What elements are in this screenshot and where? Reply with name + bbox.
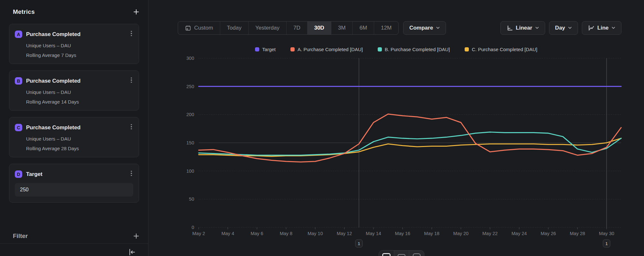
range-tab-yesterday[interactable]: Yesterday	[248, 22, 286, 34]
chart-size-medium-icon	[397, 253, 406, 256]
collapse-sidebar-button[interactable]	[128, 248, 136, 256]
legend-swatch	[378, 47, 382, 51]
legend-item[interactable]: A. Purchase Completed [DAU]	[290, 47, 363, 52]
metrics-sidebar: Metrics A Purchase Completed Unique User…	[0, 0, 148, 256]
x-axis-label: May 6	[251, 231, 263, 236]
metric-title: Purchase Completed	[26, 78, 80, 84]
y-axis-label: 50	[189, 197, 194, 202]
metric-title: Purchase Completed	[26, 124, 80, 131]
y-axis-label: 300	[186, 56, 194, 61]
chart-size-option-2[interactable]	[394, 251, 409, 256]
calendar-icon	[185, 25, 191, 31]
legend-label: B. Purchase Completed [DAU]	[385, 47, 450, 52]
date-range-tabs: CustomTodayYesterday7D30D3M6M12M	[178, 21, 399, 35]
scale-label: Linear	[516, 25, 532, 31]
metric-measure: Unique Users – DAU	[26, 136, 133, 142]
line-chart-icon	[588, 25, 594, 31]
chart-type-select-button[interactable]: Line	[582, 21, 621, 35]
chart-size-small-icon	[382, 253, 391, 256]
x-axis-label: May 14	[366, 231, 381, 236]
x-axis-label: May 4	[222, 231, 234, 236]
linear-axis-icon	[507, 25, 513, 31]
collapse-left-icon	[128, 248, 136, 256]
metric-rolling-average: Rolling Average 14 Days	[26, 99, 133, 105]
range-tab-today[interactable]: Today	[220, 22, 248, 34]
metric-cards: A Purchase Completed Unique Users – DAU …	[9, 24, 139, 209]
chart-size-large-icon	[412, 253, 421, 256]
x-axis-label: May 20	[453, 231, 469, 236]
target-title: Target	[26, 171, 43, 178]
chevron-down-icon	[535, 27, 539, 29]
annotation-badge-label: 1	[605, 241, 608, 246]
chart-size-strip	[379, 250, 424, 256]
x-axis-label: May 12	[337, 231, 352, 236]
x-axis-label: May 2	[192, 231, 205, 236]
metric-badge-a: A	[15, 31, 22, 38]
legend-swatch	[290, 47, 295, 51]
range-tab-12m[interactable]: 12M	[374, 22, 398, 34]
chevron-down-icon	[611, 27, 615, 29]
scale-select-button[interactable]: Linear	[500, 21, 545, 35]
filter-section: Filter	[0, 233, 148, 256]
chart-display-controls: Linear Day Line	[500, 21, 621, 35]
metric-measure: Unique Users – DAU	[26, 89, 133, 95]
metric-options-button[interactable]	[128, 29, 135, 38]
legend-label: Target	[262, 47, 276, 52]
metric-rolling-average: Rolling Average 28 Days	[26, 146, 133, 151]
legend-item[interactable]: Target	[255, 47, 276, 52]
metric-options-button[interactable]	[128, 76, 135, 84]
range-tab-30d[interactable]: 30D	[307, 22, 331, 34]
interval-label: Day	[555, 25, 565, 31]
series-line-c	[199, 138, 621, 156]
y-axis-label: 250	[186, 84, 194, 89]
metrics-heading: Metrics	[13, 8, 35, 15]
chevron-down-icon	[436, 27, 440, 29]
chart-panel: CustomTodayYesterday7D30D3M6M12M Compare…	[148, 0, 644, 256]
metric-title: Purchase Completed	[26, 31, 80, 38]
range-tab-3m[interactable]: 3M	[331, 22, 353, 34]
x-axis-label: May 28	[570, 231, 585, 236]
x-axis-label: May 8	[280, 231, 293, 236]
y-axis-label: 100	[186, 169, 194, 174]
add-metric-button[interactable]	[133, 9, 139, 15]
legend-swatch	[465, 47, 469, 51]
metric-measure: Unique Users – DAU	[26, 43, 133, 48]
metric-card-c[interactable]: C Purchase Completed Unique Users – DAU …	[9, 117, 139, 157]
metric-card-a[interactable]: A Purchase Completed Unique Users – DAU …	[9, 24, 139, 64]
chevron-down-icon	[568, 27, 572, 29]
x-axis-label: May 22	[482, 231, 498, 236]
chart-type-label: Line	[597, 25, 609, 31]
interval-select-button[interactable]: Day	[549, 21, 578, 35]
target-value-input[interactable]	[15, 183, 133, 197]
metric-badge-c: C	[15, 124, 22, 131]
x-axis-label: May 26	[541, 231, 556, 236]
x-axis-label: May 10	[308, 231, 323, 236]
target-options-button[interactable]	[128, 169, 135, 178]
chart-toolbar: CustomTodayYesterday7D30D3M6M12M Compare…	[178, 21, 621, 35]
plus-icon	[133, 9, 139, 15]
legend-label: A. Purchase Completed [DAU]	[298, 47, 363, 52]
target-card[interactable]: D Target	[9, 164, 139, 203]
y-axis-label: 200	[186, 112, 194, 117]
range-tab-6m[interactable]: 6M	[352, 22, 374, 34]
annotation-badge-label: 1	[358, 241, 360, 246]
legend-item[interactable]: B. Purchase Completed [DAU]	[378, 47, 450, 52]
add-filter-button[interactable]	[133, 233, 139, 239]
plus-icon	[133, 233, 139, 239]
legend-item[interactable]: C. Purchase Completed [DAU]	[465, 47, 537, 52]
chart-size-option-1[interactable]	[379, 251, 394, 256]
range-tab-custom[interactable]: Custom	[178, 22, 220, 34]
filter-heading: Filter	[13, 233, 28, 240]
range-tab-7d[interactable]: 7D	[286, 22, 307, 34]
chart-size-option-3[interactable]	[409, 251, 424, 256]
metric-rolling-average: Rolling Average 7 Days	[26, 52, 133, 58]
compare-label: Compare	[409, 25, 433, 31]
compare-button[interactable]: Compare	[403, 21, 446, 35]
chart-legend: TargetA. Purchase Completed [DAU]B. Purc…	[148, 47, 644, 52]
chart-svg: 050100150200250300May 2May 4May 6May 8Ma…	[180, 55, 644, 256]
app: Metrics A Purchase Completed Unique User…	[0, 0, 644, 256]
metric-card-b[interactable]: B Purchase Completed Unique Users – DAU …	[9, 70, 139, 111]
y-axis-label: 150	[186, 140, 194, 145]
metric-options-button[interactable]	[128, 123, 135, 131]
legend-label: C. Purchase Completed [DAU]	[472, 47, 537, 52]
